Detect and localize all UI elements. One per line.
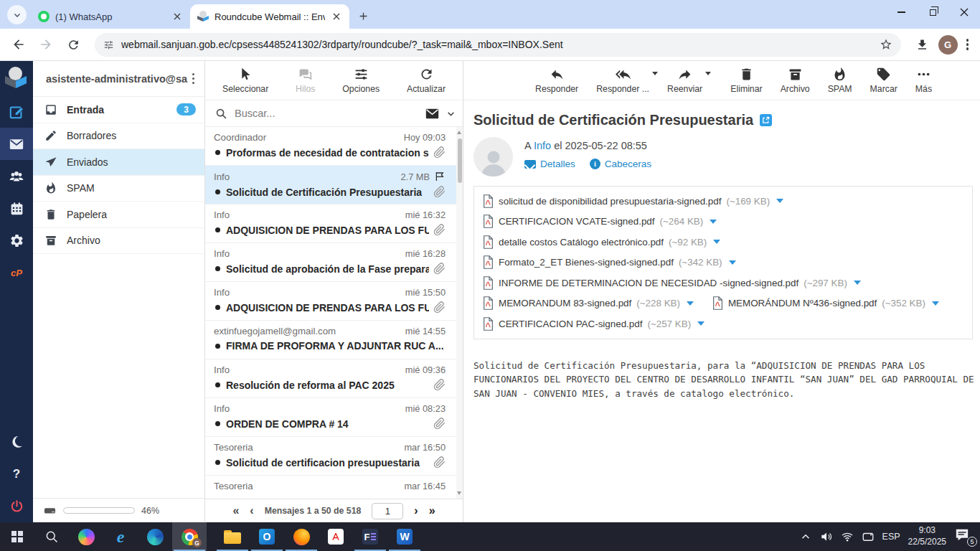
reply-all-button[interactable]: Responder ... (596, 67, 649, 94)
folder-entrada[interactable]: Entrada 3 (33, 97, 204, 123)
more-button[interactable]: Más (915, 67, 932, 94)
attachment-item[interactable]: CERTIFICACION PAC-signed.pdf (~257 KB) (483, 314, 705, 334)
outlook-button[interactable]: O (250, 522, 284, 551)
headers-link[interactable]: i Cabeceras (590, 159, 651, 169)
fs-app-button[interactable]: F (353, 522, 387, 551)
next-page-button[interactable]: › (414, 505, 418, 517)
clock[interactable]: 9:03 22/5/2025 (908, 525, 946, 547)
tab-roundcube[interactable]: Roundcube Webmail :: Enviados (190, 4, 349, 29)
dropdown-caret-icon[interactable] (652, 72, 658, 75)
close-button[interactable] (948, 0, 980, 24)
search-options-chevron-icon[interactable] (446, 109, 456, 118)
message-row[interactable]: Info mié 16:32 ADQUISICION DE PRENDAS PA… (205, 204, 463, 243)
notification-center-button[interactable]: 5 (954, 528, 976, 545)
folder-archivo[interactable]: Archivo (33, 228, 204, 255)
attachment-item[interactable]: solicitud de disponibilidad presupuestar… (483, 191, 783, 212)
tab-whatsapp[interactable]: (1) WhatsApp (31, 4, 190, 29)
attachment-item[interactable]: detalle costos Catálogo electrónico.pdf … (483, 232, 720, 253)
details-link[interactable]: Detalles (524, 159, 575, 169)
meet-now-icon[interactable] (862, 530, 875, 543)
internet-explorer-button[interactable]: e (103, 522, 138, 551)
attachment-menu-caret-icon[interactable] (932, 301, 939, 306)
threads-button[interactable]: Hilos (296, 67, 315, 94)
options-button[interactable]: Opciones (342, 67, 380, 94)
tab-close-icon[interactable] (331, 11, 342, 22)
attachment-item[interactable]: MEMORÁNDUM Nº436-signed.pdf (~352 KB) (712, 293, 939, 314)
delete-button[interactable]: Eliminar (730, 67, 762, 94)
rail-cpanel-button[interactable]: cP (0, 257, 33, 289)
scope-mail-icon[interactable] (425, 108, 439, 119)
tab-search-button[interactable] (7, 5, 27, 24)
message-row[interactable]: Tesoreria mar 16:50 Solicitud de certifi… (205, 437, 463, 476)
page-input[interactable] (372, 503, 403, 519)
scroll-down-arrow[interactable] (457, 491, 461, 495)
tray-expand-button[interactable] (799, 530, 812, 543)
rail-help-button[interactable]: ? (0, 458, 33, 490)
account-menu-button[interactable] (188, 69, 199, 89)
reply-button[interactable]: Responder (535, 67, 578, 94)
url-bar[interactable] (95, 33, 901, 57)
folder-enviados[interactable]: Enviados (33, 149, 204, 176)
forward-button[interactable] (34, 33, 57, 56)
recipient-link[interactable]: Info (534, 140, 551, 151)
rail-logout-button[interactable] (0, 490, 33, 522)
minimize-button[interactable] (885, 0, 917, 24)
mark-button[interactable]: Marcar (870, 67, 897, 94)
folder-papelera[interactable]: Papelera (33, 202, 204, 228)
attachment-menu-caret-icon[interactable] (854, 281, 861, 285)
language-indicator[interactable]: ESP (882, 532, 900, 542)
volume-icon[interactable] (820, 530, 833, 543)
attachment-menu-caret-icon[interactable] (710, 220, 717, 224)
refresh-button[interactable]: Actualizar (407, 67, 446, 94)
attachment-item[interactable]: CERTIFICACION VCATE-signed.pdf (~264 KB) (483, 212, 717, 232)
tab-close-icon[interactable] (171, 11, 183, 22)
open-in-new-icon[interactable] (760, 114, 772, 126)
scroll-up-arrow[interactable] (457, 131, 461, 134)
list-scrollbar[interactable] (456, 127, 463, 499)
attachment-item[interactable]: MEMORANDUM 83-signed.pdf (~228 KB) (483, 293, 694, 314)
taskbar-search-button[interactable] (34, 522, 69, 551)
rail-contacts-button[interactable] (0, 160, 33, 192)
message-row[interactable]: Tesoreria mar 16:45 (205, 476, 463, 499)
file-explorer-button[interactable] (215, 522, 250, 551)
attachment-menu-caret-icon[interactable] (687, 301, 694, 306)
browser-menu-button[interactable] (962, 34, 974, 55)
downloads-button[interactable] (911, 33, 934, 56)
search-input[interactable] (235, 108, 418, 119)
dropdown-caret-icon[interactable] (705, 72, 711, 75)
url-input[interactable] (121, 39, 872, 50)
prev-page-button[interactable]: ‹ (250, 505, 253, 517)
attachment-item[interactable]: Formato_2_ET Bienes-signed-signed.pdf (~… (483, 253, 736, 273)
edge-button[interactable] (138, 522, 172, 551)
back-button[interactable] (7, 33, 30, 56)
chrome-button[interactable]: G (172, 522, 207, 551)
browser-avatar[interactable]: G (938, 35, 958, 55)
reload-button[interactable] (62, 33, 85, 56)
first-page-button[interactable]: « (232, 505, 239, 517)
new-tab-button[interactable] (354, 6, 372, 25)
attachment-menu-caret-icon[interactable] (713, 240, 720, 244)
rail-calendar-button[interactable] (0, 192, 33, 225)
message-row[interactable]: Info mié 16:28 Solicitud de aprobación d… (205, 243, 463, 282)
rail-settings-button[interactable] (0, 225, 33, 257)
spam-button[interactable]: SPAM (828, 67, 852, 94)
archive-button[interactable]: Archivo (781, 67, 810, 94)
folder-spam[interactable]: SPAM (33, 176, 204, 202)
message-row[interactable]: Info mié 15:50 ADQUISICION DE PRENDAS PA… (205, 282, 463, 321)
message-row[interactable]: Info 2.7 MB Solicitud de Certificación P… (205, 166, 463, 204)
message-row[interactable]: Info mié 09:36 Resolución de reforma al … (205, 359, 463, 398)
attachment-menu-caret-icon[interactable] (697, 321, 705, 326)
bookmark-star-icon[interactable] (880, 38, 892, 51)
attachment-item[interactable]: INFORME DE DETERMINACION DE NECESIDAD -s… (483, 273, 861, 293)
attachment-menu-caret-icon[interactable] (776, 199, 783, 203)
wifi-icon[interactable] (841, 530, 854, 543)
last-page-button[interactable]: » (429, 505, 435, 517)
restore-button[interactable] (917, 0, 948, 24)
message-row[interactable]: Info mié 08:23 ORDEN DE COMPRA # 14 (205, 398, 463, 437)
start-button[interactable] (0, 522, 34, 551)
attachment-menu-caret-icon[interactable] (729, 260, 736, 265)
rail-mail-button[interactable] (0, 128, 33, 160)
rail-compose-button[interactable] (0, 95, 33, 128)
acrobat-button[interactable] (319, 522, 353, 551)
forward-button[interactable]: Reenviar (667, 67, 702, 94)
